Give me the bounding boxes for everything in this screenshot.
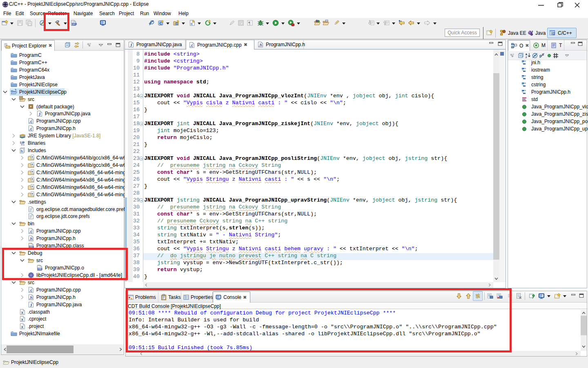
svg-text:J: J <box>38 112 41 117</box>
svg-text:01: 01 <box>21 143 25 146</box>
svg-text:.c: .c <box>29 119 33 124</box>
svg-text:a: a <box>526 53 527 56</box>
svg-text:X: X <box>21 325 24 329</box>
svg-text:h: h <box>21 149 23 153</box>
svg-text:C: C <box>176 22 178 25</box>
svg-text:C: C <box>552 32 555 35</box>
svg-text:X: X <box>21 318 24 322</box>
svg-text:z: z <box>526 56 527 58</box>
svg-text:010: 010 <box>72 23 77 26</box>
svg-text:.c: .c <box>29 127 33 131</box>
svg-text:X: X <box>21 311 24 315</box>
svg-text:.c: .c <box>190 43 194 48</box>
svg-text:¶: ¶ <box>249 21 251 25</box>
svg-text:.h: .h <box>258 43 262 47</box>
svg-text:J: J <box>30 303 32 307</box>
svg-text:.h: .h <box>29 237 33 241</box>
svg-text:.c: .c <box>29 288 33 293</box>
svg-text:J: J <box>130 43 132 47</box>
svg-text:.h: .h <box>29 296 33 300</box>
svg-text:.c: .c <box>29 229 33 234</box>
svg-text:c: c <box>191 22 193 26</box>
